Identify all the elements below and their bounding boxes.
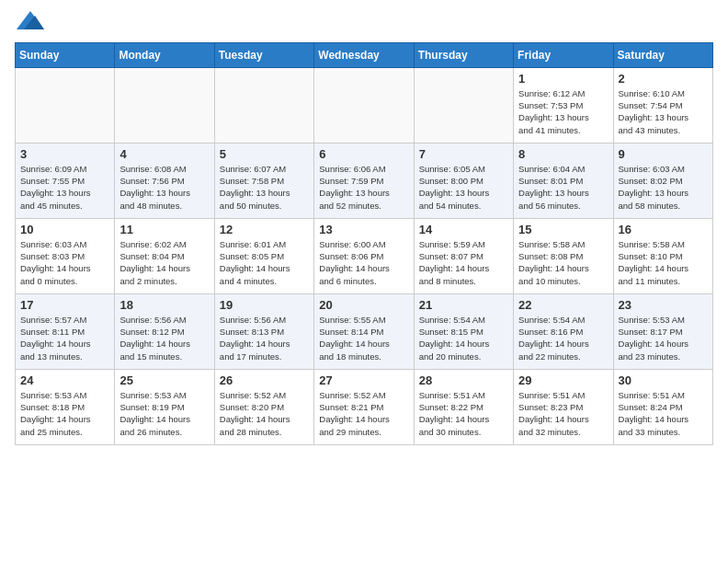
- calendar-cell: 28Sunrise: 5:51 AMSunset: 8:22 PMDayligh…: [414, 369, 513, 444]
- calendar-cell: 3Sunrise: 6:09 AMSunset: 7:55 PMDaylight…: [16, 143, 115, 218]
- day-number: 6: [319, 147, 408, 161]
- day-number: 29: [518, 373, 608, 387]
- calendar-week-4: 17Sunrise: 5:57 AMSunset: 8:11 PMDayligh…: [16, 293, 713, 369]
- calendar-cell: 17Sunrise: 5:57 AMSunset: 8:11 PMDayligh…: [16, 293, 115, 369]
- day-number: 12: [220, 223, 309, 236]
- calendar-header: SundayMondayTuesdayWednesdayThursdayFrid…: [16, 42, 713, 67]
- calendar-cell: 12Sunrise: 6:01 AMSunset: 8:05 PMDayligh…: [214, 218, 313, 293]
- logo-icon: [17, 11, 44, 29]
- day-number: 19: [220, 298, 309, 312]
- calendar-cell: 20Sunrise: 5:55 AMSunset: 8:14 PMDayligh…: [314, 293, 414, 369]
- day-number: 18: [119, 298, 209, 312]
- calendar-week-1: 1Sunrise: 6:12 AMSunset: 7:53 PMDaylight…: [16, 67, 713, 143]
- calendar-cell: [16, 67, 115, 143]
- calendar-cell: 24Sunrise: 5:53 AMSunset: 8:18 PMDayligh…: [16, 369, 115, 444]
- day-info: Sunrise: 6:06 AMSunset: 7:59 PMDaylight:…: [319, 163, 408, 212]
- calendar-cell: 5Sunrise: 6:07 AMSunset: 7:58 PMDaylight…: [214, 143, 313, 218]
- day-info: Sunrise: 5:51 AMSunset: 8:24 PMDaylight:…: [619, 389, 708, 438]
- day-number: 20: [319, 298, 408, 312]
- day-info: Sunrise: 6:02 AMSunset: 8:04 PMDaylight:…: [119, 238, 209, 287]
- page-header: [15, 15, 713, 33]
- calendar-cell: 8Sunrise: 6:04 AMSunset: 8:01 PMDaylight…: [514, 143, 613, 218]
- day-info: Sunrise: 5:55 AMSunset: 8:14 PMDaylight:…: [319, 314, 408, 362]
- day-info: Sunrise: 6:07 AMSunset: 7:58 PMDaylight:…: [220, 163, 309, 212]
- calendar-body: 1Sunrise: 6:12 AMSunset: 7:53 PMDaylight…: [16, 67, 713, 444]
- logo: [15, 15, 44, 33]
- calendar-cell: 11Sunrise: 6:02 AMSunset: 8:04 PMDayligh…: [115, 218, 214, 293]
- day-info: Sunrise: 6:09 AMSunset: 7:55 PMDaylight:…: [20, 163, 109, 212]
- day-number: 7: [419, 147, 508, 161]
- calendar-cell: 25Sunrise: 5:53 AMSunset: 8:19 PMDayligh…: [115, 369, 214, 444]
- calendar-cell: 4Sunrise: 6:08 AMSunset: 7:56 PMDaylight…: [115, 143, 214, 218]
- day-number: 22: [518, 298, 608, 312]
- calendar-cell: 19Sunrise: 5:56 AMSunset: 8:13 PMDayligh…: [214, 293, 313, 369]
- day-info: Sunrise: 5:53 AMSunset: 8:18 PMDaylight:…: [20, 389, 109, 438]
- day-number: 9: [619, 147, 708, 161]
- calendar-cell: [414, 67, 513, 143]
- day-number: 1: [518, 72, 608, 86]
- day-number: 2: [619, 72, 708, 86]
- calendar-cell: 7Sunrise: 6:05 AMSunset: 8:00 PMDaylight…: [414, 143, 513, 218]
- calendar-cell: 15Sunrise: 5:58 AMSunset: 8:08 PMDayligh…: [514, 218, 613, 293]
- calendar-cell: 29Sunrise: 5:51 AMSunset: 8:23 PMDayligh…: [514, 369, 613, 444]
- day-number: 28: [419, 373, 508, 387]
- day-info: Sunrise: 5:56 AMSunset: 8:13 PMDaylight:…: [220, 314, 309, 362]
- calendar-cell: 30Sunrise: 5:51 AMSunset: 8:24 PMDayligh…: [613, 369, 712, 444]
- day-info: Sunrise: 5:54 AMSunset: 8:15 PMDaylight:…: [419, 314, 508, 362]
- day-info: Sunrise: 6:08 AMSunset: 7:56 PMDaylight:…: [119, 163, 209, 212]
- calendar-cell: 1Sunrise: 6:12 AMSunset: 7:53 PMDaylight…: [514, 67, 613, 143]
- day-info: Sunrise: 5:54 AMSunset: 8:16 PMDaylight:…: [518, 314, 608, 362]
- weekday-sunday: Sunday: [16, 42, 115, 67]
- weekday-monday: Monday: [115, 42, 214, 67]
- day-number: 10: [20, 223, 109, 236]
- calendar-cell: [214, 67, 313, 143]
- day-number: 16: [619, 223, 708, 236]
- day-number: 13: [319, 223, 408, 236]
- day-info: Sunrise: 6:03 AMSunset: 8:02 PMDaylight:…: [619, 163, 708, 212]
- calendar-cell: 27Sunrise: 5:52 AMSunset: 8:21 PMDayligh…: [314, 369, 414, 444]
- day-number: 8: [518, 147, 608, 161]
- calendar-cell: 13Sunrise: 6:00 AMSunset: 8:06 PMDayligh…: [314, 218, 414, 293]
- day-number: 30: [619, 373, 708, 387]
- calendar-cell: 6Sunrise: 6:06 AMSunset: 7:59 PMDaylight…: [314, 143, 414, 218]
- day-number: 26: [220, 373, 309, 387]
- day-info: Sunrise: 5:58 AMSunset: 8:08 PMDaylight:…: [518, 238, 608, 287]
- day-info: Sunrise: 5:51 AMSunset: 8:22 PMDaylight:…: [419, 389, 508, 438]
- day-info: Sunrise: 5:59 AMSunset: 8:07 PMDaylight:…: [419, 238, 508, 287]
- calendar-cell: 2Sunrise: 6:10 AMSunset: 7:54 PMDaylight…: [613, 67, 712, 143]
- day-info: Sunrise: 6:01 AMSunset: 8:05 PMDaylight:…: [220, 238, 309, 287]
- day-number: 4: [119, 147, 209, 161]
- day-info: Sunrise: 6:10 AMSunset: 7:54 PMDaylight:…: [619, 87, 708, 136]
- weekday-friday: Friday: [514, 42, 613, 67]
- calendar-cell: [115, 67, 214, 143]
- day-number: 15: [518, 223, 608, 236]
- day-info: Sunrise: 5:53 AMSunset: 8:17 PMDaylight:…: [619, 314, 708, 362]
- day-number: 5: [220, 147, 309, 161]
- weekday-tuesday: Tuesday: [214, 42, 313, 67]
- day-info: Sunrise: 6:05 AMSunset: 8:00 PMDaylight:…: [419, 163, 508, 212]
- weekday-thursday: Thursday: [414, 42, 513, 67]
- day-number: 25: [119, 373, 209, 387]
- weekday-wednesday: Wednesday: [314, 42, 414, 67]
- day-number: 3: [20, 147, 109, 161]
- day-number: 11: [119, 223, 209, 236]
- day-info: Sunrise: 6:04 AMSunset: 8:01 PMDaylight:…: [518, 163, 608, 212]
- day-info: Sunrise: 6:00 AMSunset: 8:06 PMDaylight:…: [319, 238, 408, 287]
- day-info: Sunrise: 5:52 AMSunset: 8:20 PMDaylight:…: [220, 389, 309, 438]
- day-info: Sunrise: 5:51 AMSunset: 8:23 PMDaylight:…: [518, 389, 608, 438]
- day-info: Sunrise: 5:56 AMSunset: 8:12 PMDaylight:…: [119, 314, 209, 362]
- day-number: 17: [20, 298, 109, 312]
- calendar-week-5: 24Sunrise: 5:53 AMSunset: 8:18 PMDayligh…: [16, 369, 713, 444]
- calendar-cell: 26Sunrise: 5:52 AMSunset: 8:20 PMDayligh…: [214, 369, 313, 444]
- calendar-week-3: 10Sunrise: 6:03 AMSunset: 8:03 PMDayligh…: [16, 218, 713, 293]
- day-info: Sunrise: 5:58 AMSunset: 8:10 PMDaylight:…: [619, 238, 708, 287]
- weekday-saturday: Saturday: [613, 42, 712, 67]
- calendar-cell: [314, 67, 414, 143]
- weekday-header-row: SundayMondayTuesdayWednesdayThursdayFrid…: [16, 42, 713, 67]
- calendar-cell: 18Sunrise: 5:56 AMSunset: 8:12 PMDayligh…: [115, 293, 214, 369]
- calendar-cell: 16Sunrise: 5:58 AMSunset: 8:10 PMDayligh…: [613, 218, 712, 293]
- calendar-cell: 22Sunrise: 5:54 AMSunset: 8:16 PMDayligh…: [514, 293, 613, 369]
- calendar-cell: 14Sunrise: 5:59 AMSunset: 8:07 PMDayligh…: [414, 218, 513, 293]
- day-number: 14: [419, 223, 508, 236]
- calendar-table: SundayMondayTuesdayWednesdayThursdayFrid…: [15, 42, 713, 445]
